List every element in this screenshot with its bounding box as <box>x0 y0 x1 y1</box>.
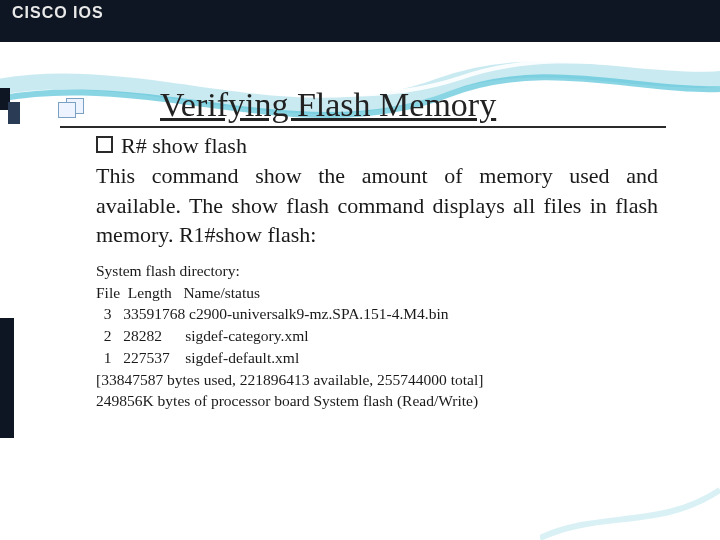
terminal-line: System flash directory: <box>96 260 658 282</box>
terminal-header-row: File Length Name/status <box>96 282 658 304</box>
cell-name: sigdef-category.xml <box>185 327 308 344</box>
title-area: Verifying Flash Memory <box>60 86 666 128</box>
slide-header-label: CISCO IOS <box>12 4 104 22</box>
slide-header: CISCO IOS <box>0 0 720 42</box>
terminal-output: System flash directory: File Length Name… <box>96 260 658 412</box>
cell-file: 1 <box>104 349 112 366</box>
cell-length: 33591768 <box>123 305 185 322</box>
cell-file: 2 <box>104 327 112 344</box>
title-bullet-icon <box>54 98 84 122</box>
table-row: 1 227537 sigdef-default.xml <box>96 347 658 369</box>
cell-name: c2900-universalk9-mz.SPA.151-4.M4.bin <box>189 305 448 322</box>
table-row: 3 33591768 c2900-universalk9-mz.SPA.151-… <box>96 303 658 325</box>
table-row: 2 28282 sigdef-category.xml <box>96 325 658 347</box>
square-bullet-icon <box>96 136 113 153</box>
cell-name: sigdef-default.xml <box>185 349 299 366</box>
cell-length: 227537 <box>123 349 170 366</box>
decorative-corner <box>540 480 720 540</box>
bullet-text: R# show flash <box>121 133 247 159</box>
cell-length: 28282 <box>123 327 162 344</box>
decorative-left-bars <box>0 88 22 508</box>
content-body: R# show flash This command show the amou… <box>96 132 658 412</box>
terminal-summary: [33847587 bytes used, 221896413 availabl… <box>96 369 658 391</box>
bullet-row: R# show flash <box>96 132 658 159</box>
terminal-summary: 249856K bytes of processor board System … <box>96 390 658 412</box>
page-title: Verifying Flash Memory <box>160 86 496 124</box>
cell-file: 3 <box>104 305 112 322</box>
description-paragraph: This command show the amount of memory u… <box>96 161 658 250</box>
title-underline: Verifying Flash Memory <box>60 86 666 128</box>
